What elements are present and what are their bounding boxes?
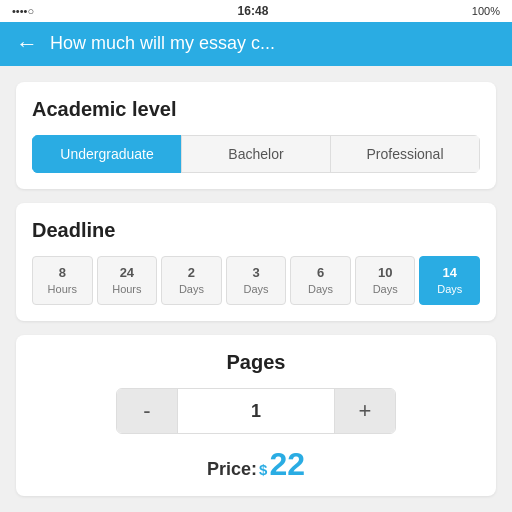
time-display: 16:48 <box>238 4 269 18</box>
deadline-3d[interactable]: 3Days <box>226 256 287 305</box>
price-currency: $ <box>259 461 267 478</box>
price-amount: 22 <box>269 448 305 480</box>
deadline-buttons: 8Hours 24Hours 2Days 3Days 6Days 10Days … <box>32 256 480 305</box>
deadline-6d[interactable]: 6Days <box>290 256 351 305</box>
pages-increment-button[interactable]: + <box>335 389 395 433</box>
academic-level-card: Academic level Undergraduate Bachelor Pr… <box>16 82 496 189</box>
signal-indicator: ••••○ <box>12 5 34 17</box>
pages-controls: - 1 + <box>116 388 396 434</box>
deadline-title: Deadline <box>32 219 480 242</box>
level-btn-bachelor[interactable]: Bachelor <box>181 135 330 173</box>
price-display: Price: $ 22 <box>207 448 305 480</box>
main-content: Academic level Undergraduate Bachelor Pr… <box>0 66 512 512</box>
pages-card: Pages - 1 + Price: $ 22 <box>16 335 496 496</box>
level-btn-undergraduate[interactable]: Undergraduate <box>32 135 181 173</box>
app-header: ← How much will my essay c... <box>0 22 512 66</box>
deadline-card: Deadline 8Hours 24Hours 2Days 3Days 6Day… <box>16 203 496 321</box>
level-btn-professional[interactable]: Professional <box>330 135 480 173</box>
pages-value-display: 1 <box>177 389 335 433</box>
battery-indicator: 100% <box>472 5 500 17</box>
academic-level-title: Academic level <box>32 98 480 121</box>
price-label: Price: <box>207 459 257 480</box>
deadline-8h[interactable]: 8Hours <box>32 256 93 305</box>
status-bar: ••••○ 16:48 100% <box>0 0 512 22</box>
deadline-14d[interactable]: 14Days <box>419 256 480 305</box>
deadline-10d[interactable]: 10Days <box>355 256 416 305</box>
pages-title: Pages <box>227 351 286 374</box>
page-title: How much will my essay c... <box>50 33 275 54</box>
pages-decrement-button[interactable]: - <box>117 389 177 433</box>
academic-level-buttons: Undergraduate Bachelor Professional <box>32 135 480 173</box>
deadline-2d[interactable]: 2Days <box>161 256 222 305</box>
back-button[interactable]: ← <box>16 33 38 55</box>
deadline-24h[interactable]: 24Hours <box>97 256 158 305</box>
